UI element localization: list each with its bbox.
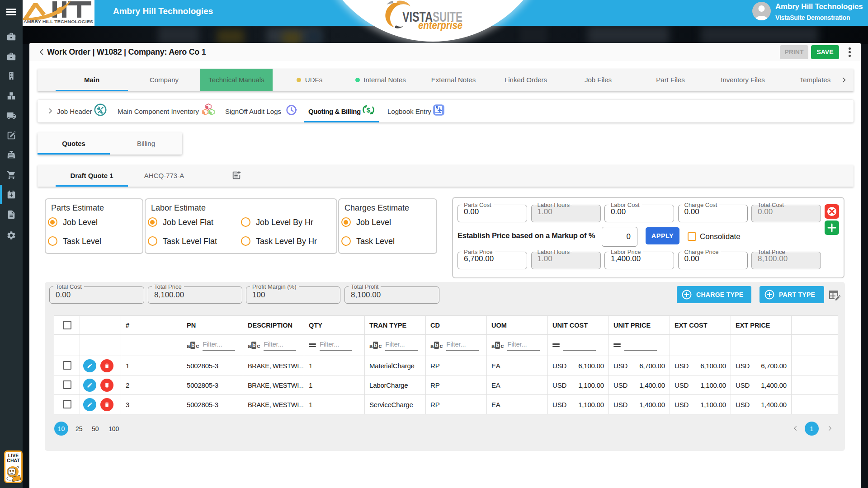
svg-text:AMBRY HILL TECHNOLOGIES: AMBRY HILL TECHNOLOGIES [24, 19, 93, 24]
svg-text:enterprise: enterprise [418, 19, 462, 31]
svg-text:$: $ [367, 106, 371, 114]
